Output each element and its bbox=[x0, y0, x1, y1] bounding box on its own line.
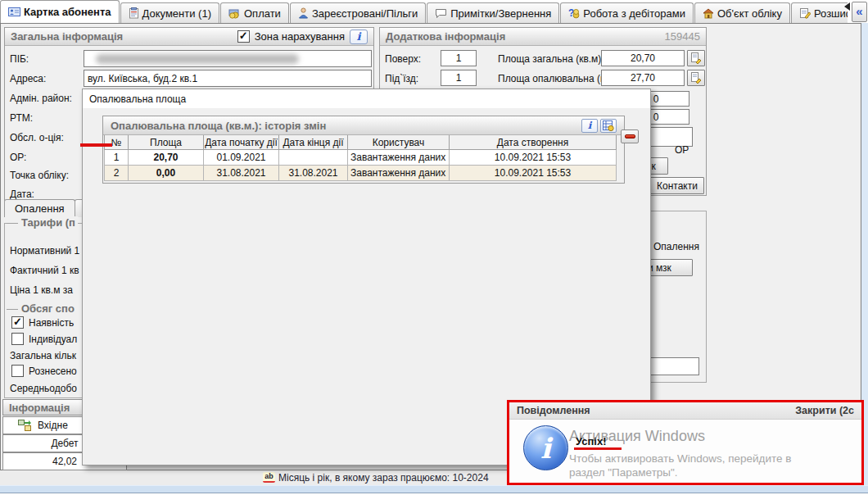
minus-icon bbox=[625, 134, 635, 139]
notification-close-button[interactable]: Закрити (2с bbox=[795, 405, 854, 416]
redacted-name-blur bbox=[96, 54, 299, 64]
zone-checkbox-label: Зона нарахування bbox=[255, 30, 345, 43]
zone-checkbox[interactable] bbox=[237, 30, 250, 43]
tab-debtors[interactable]: ? Робота з дебіторами bbox=[560, 2, 694, 23]
info-icon[interactable]: i bbox=[350, 30, 368, 44]
double-chevron-left-icon: « bbox=[856, 4, 862, 18]
tab-accounting-object[interactable]: Об'єкт обліку bbox=[694, 2, 790, 23]
house-icon bbox=[703, 8, 714, 19]
col-header-date-start[interactable]: Дата початку дії bbox=[204, 135, 279, 150]
additional-info-header: Додаткова інформація 159445 bbox=[380, 28, 706, 46]
cell-created[interactable]: 10.09.2021 15:53 bbox=[450, 166, 617, 181]
tab-notes-appeals[interactable]: Примітки/Звернення bbox=[427, 2, 559, 23]
cell-created[interactable]: 10.09.2021 15:53 bbox=[450, 150, 617, 166]
group-title: Опалювальна площа (кв.м.): історія змін bbox=[111, 120, 326, 132]
spread-checkbox[interactable] bbox=[11, 365, 24, 377]
entrance-field[interactable]: 1 bbox=[441, 70, 477, 86]
area-total-history-button[interactable] bbox=[687, 50, 705, 66]
delete-row-button[interactable] bbox=[621, 129, 639, 143]
total-quantity-label: Загальна кільк bbox=[10, 350, 76, 361]
balance-sheet-icon bbox=[799, 7, 811, 19]
cell-user[interactable]: Завантаження даних bbox=[348, 150, 450, 166]
cell-num[interactable]: 1 bbox=[104, 150, 129, 166]
area-total-field[interactable]: 20,70 bbox=[601, 50, 685, 66]
cell-date-end[interactable] bbox=[279, 150, 348, 166]
tab-heating[interactable]: Опалення bbox=[4, 199, 75, 217]
history-grid-icon[interactable] bbox=[600, 119, 617, 133]
notification-popup: Повідомлення Закрити (2с i Активация Win… bbox=[507, 400, 864, 485]
question-coins-icon: ? bbox=[568, 7, 580, 19]
cell-date-end[interactable]: 31.08.2021 bbox=[279, 166, 348, 181]
floor-label: Поверх: bbox=[385, 53, 421, 65]
cell-date-start[interactable]: 31.08.2021 bbox=[204, 166, 279, 181]
availability-label: Наявність bbox=[29, 317, 74, 329]
tab-documents[interactable]: Документи (1) bbox=[120, 2, 219, 23]
subscriber-card-icon bbox=[8, 7, 20, 17]
panel-title: Інформація bbox=[9, 402, 70, 414]
cell-num[interactable]: 2 bbox=[104, 166, 129, 181]
collapse-panel-button[interactable]: « bbox=[852, 2, 867, 22]
entrance-label: Під`їзд: bbox=[385, 73, 418, 84]
tab-balance-breakdown[interactable]: Розшифровка сальд bbox=[791, 2, 848, 23]
windows-watermark-line3: раздел "Параметры". bbox=[569, 466, 678, 479]
sheet-arrow-icon bbox=[690, 52, 702, 64]
documents-icon bbox=[129, 7, 139, 19]
col-header-area[interactable]: Площа bbox=[129, 135, 204, 150]
col-header-created[interactable]: Дата створення bbox=[450, 135, 617, 150]
exchange-icon bbox=[18, 420, 31, 431]
field-label-pib: ПІБ: bbox=[10, 53, 29, 65]
individual-label: Індивідуал bbox=[29, 334, 77, 345]
tariff-normative-label: Нормативний 1 к bbox=[10, 245, 87, 257]
tab-scroll-left-icon[interactable] bbox=[844, 2, 850, 11]
spread-row: Рознесено bbox=[11, 365, 77, 377]
tab-label: Примітки/Звернення bbox=[450, 7, 551, 20]
individual-checkbox[interactable] bbox=[11, 333, 24, 345]
general-info-header: Загальна інформація Зона нарахування i bbox=[5, 28, 373, 46]
tariff-actual-label: Фактичний 1 кв bbox=[10, 265, 79, 276]
pib-field[interactable] bbox=[84, 50, 372, 67]
tab-label: Документи (1) bbox=[142, 7, 211, 20]
cell-user[interactable]: Завантаження даних bbox=[348, 166, 450, 181]
area-heated-history-button[interactable] bbox=[687, 70, 705, 86]
tab-payments[interactable]: Оплати bbox=[220, 2, 289, 23]
availability-checkbox[interactable] bbox=[11, 316, 24, 329]
col-header-user[interactable]: Користувач bbox=[348, 135, 450, 150]
address-value: вул. Київська, буд.2 кв.1 bbox=[88, 73, 197, 84]
info-icon[interactable]: i bbox=[581, 119, 598, 133]
or-partial-label: ОР bbox=[675, 144, 689, 156]
speech-bubble-icon bbox=[435, 8, 447, 19]
field-label-org: Обсл. о-ція: bbox=[10, 132, 64, 143]
tab-registered-benefits[interactable]: Зареєстровані/Пільги bbox=[290, 2, 426, 23]
col-header-num[interactable]: № bbox=[104, 135, 129, 150]
field-label-address: Адреса: bbox=[10, 73, 46, 84]
payments-icon bbox=[228, 8, 241, 19]
notification-header: Повідомлення Закрити (2с bbox=[509, 402, 861, 420]
panel-title: Загальна інформація bbox=[11, 30, 123, 43]
record-id: 159445 bbox=[665, 30, 700, 43]
cell-date-start[interactable]: 01.09.2021 bbox=[204, 150, 279, 166]
area-heated-field[interactable]: 27,70 bbox=[601, 70, 685, 86]
col-header-date-end[interactable]: Дата кінця дії bbox=[279, 135, 348, 150]
tab-subscriber-card[interactable]: Картка абонента bbox=[0, 0, 120, 23]
field-label-or: ОР: bbox=[10, 152, 26, 163]
address-field[interactable]: вул. Київська, буд.2 кв.1 bbox=[84, 70, 372, 87]
cell-area[interactable]: 20,70 bbox=[129, 150, 204, 166]
app-window: Картка абонента Документи (1) Оплати Зар… bbox=[0, 0, 868, 495]
success-message: Успіх! bbox=[576, 435, 607, 447]
incoming-label: Вхідне bbox=[38, 420, 68, 431]
cell-area[interactable]: 0,00 bbox=[129, 166, 204, 181]
history-table: № Площа Дата початку дії Дата кінця дії … bbox=[104, 135, 617, 181]
contacts-button[interactable]: Контакти bbox=[650, 177, 704, 194]
tab-label: Об'єкт обліку bbox=[717, 7, 782, 20]
field-label-district: Адмін. район: bbox=[10, 93, 72, 104]
bottom-blue-strip bbox=[0, 485, 868, 493]
status-text: Місяць і рік, в якому зараз працюємо: 10… bbox=[278, 472, 489, 484]
field-label-date: Дата: bbox=[10, 188, 34, 200]
availability-row: Наявність bbox=[11, 316, 74, 329]
floor-field[interactable]: 1 bbox=[441, 50, 477, 66]
average-daily-label: Середньодобо bbox=[10, 383, 77, 394]
spellcheck-icon: ab bbox=[263, 472, 275, 483]
annotation-red-underline bbox=[574, 447, 622, 450]
field-label-rtm: РТМ: bbox=[10, 112, 33, 124]
big-info-icon: i bbox=[523, 425, 568, 470]
